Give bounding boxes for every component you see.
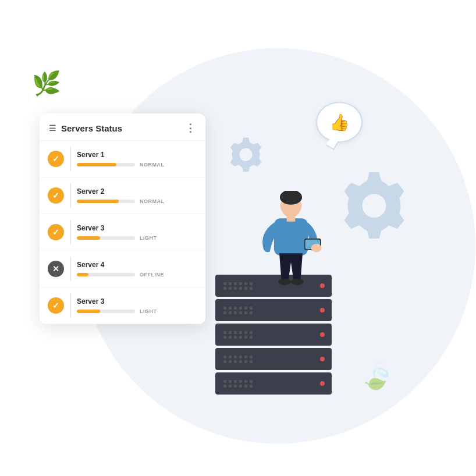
progress-area-5: LIGHT [77,308,197,314]
card-header: ☰ Servers Status ⋮ [40,113,205,141]
row-divider [70,147,71,171]
status-icon-1: ✓ [48,151,64,167]
server-name-2: Server 2 [77,187,197,196]
server-name-3: Server 3 [77,224,197,232]
server-unit-5 [215,372,332,395]
server-row: ✓ Server 3 LIGHT [40,214,205,251]
svg-point-6 [311,244,322,253]
list-icon: ☰ [49,123,56,133]
server-info-1: Server 1 NORMAL [77,151,197,168]
progress-bar-fill-5 [77,310,100,313]
status-icon-2: ✓ [48,187,64,204]
status-label-2: NORMAL [140,198,165,204]
progress-bar-fill-1 [77,163,116,166]
card-title-area: ☰ Servers Status [49,123,122,133]
svg-rect-2 [274,218,308,255]
progress-bar-bg-4 [77,273,135,276]
thumbs-up-icon: 👍 [329,113,350,132]
gear-large-icon [339,169,409,239]
server-info-3: Server 3 LIGHT [77,224,197,241]
status-label-4: OFFLINE [140,272,164,278]
progress-area-3: LIGHT [77,235,197,241]
server-name-1: Server 1 [77,151,197,159]
progress-bar-fill-4 [77,273,88,276]
server-row: ✓ Server 3 LIGHT [40,287,205,324]
status-label-5: LIGHT [140,308,157,314]
progress-bar-bg-5 [77,310,135,313]
progress-area-1: NORMAL [77,162,197,168]
server-rows-container: ✓ Server 1 NORMAL ✓ Server 2 [40,141,205,324]
row-divider [70,220,71,244]
server-name-4: Server 4 [77,261,197,269]
servers-status-card: ☰ Servers Status ⋮ ✓ Server 1 NORMAL ✓ [40,113,205,324]
gear-small-icon [227,134,265,172]
row-divider [70,293,71,318]
server-info-5: Server 3 LIGHT [77,297,197,314]
server-name-5: Server 3 [77,297,197,306]
server-unit-4 [215,348,332,370]
progress-bar-bg-1 [77,163,135,166]
server-row: ✓ Server 2 NORMAL [40,177,205,214]
status-icon-3: ✓ [48,224,64,240]
row-divider [70,257,71,281]
progress-bar-bg-3 [77,236,135,240]
progress-bar-fill-2 [77,200,119,203]
svg-rect-3 [287,215,296,222]
svg-point-8 [291,279,304,285]
status-icon-5: ✓ [48,297,64,314]
row-divider [70,183,71,208]
more-options-icon[interactable]: ⋮ [185,122,196,134]
speech-bubble: 👍 [316,102,363,143]
progress-area-2: NORMAL [77,198,197,204]
server-unit-3 [215,324,332,346]
svg-point-7 [278,279,291,285]
progress-area-4: OFFLINE [77,272,197,278]
server-info-2: Server 2 NORMAL [77,187,197,204]
plant-decoration: 🌿 [32,70,61,97]
progress-bar-fill-3 [77,236,100,240]
person-illustration [250,191,332,307]
server-row: ✓ Server 1 NORMAL [40,141,205,177]
status-icon-4: ✕ [48,261,64,277]
progress-bar-bg-2 [77,200,135,203]
server-info-4: Server 4 OFFLINE [77,261,197,278]
card-title: Servers Status [61,123,122,133]
server-row: ✕ Server 4 OFFLINE [40,251,205,287]
status-label-1: NORMAL [140,162,165,168]
status-label-3: LIGHT [140,235,157,241]
